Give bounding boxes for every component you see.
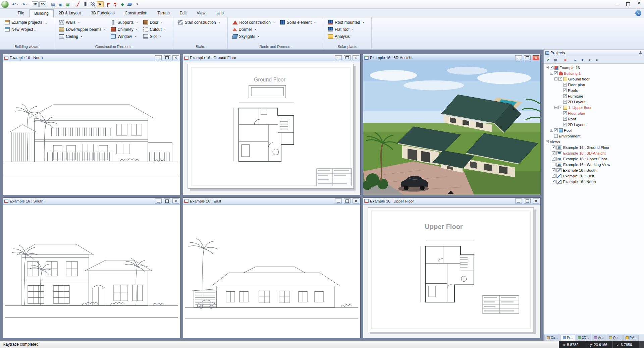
ribbon-item-lower-upper-beams[interactable]: Lower/upper beams xyxy=(58,26,107,33)
checkbox[interactable] xyxy=(558,77,562,81)
ribbon-item-chimney[interactable]: Chimney xyxy=(109,26,139,33)
view-item-south[interactable]: Example 16 : South xyxy=(544,167,644,173)
ribbon-item-new-project[interactable]: New Project ... xyxy=(3,26,48,33)
move-down-button[interactable] xyxy=(579,57,586,63)
maximize-button[interactable] xyxy=(344,198,351,204)
ribbon-item-analysis[interactable]: Analysis xyxy=(327,33,365,40)
pin-icon[interactable] xyxy=(638,51,642,55)
tree-item-floor-plan-upper[interactable]: Floor plan xyxy=(544,110,644,116)
window-titlebar[interactable]: Example 16 : North xyxy=(3,54,180,61)
tab-terrain[interactable]: Terrain xyxy=(152,9,175,17)
collapse-icon[interactable] xyxy=(554,77,557,80)
render-canvas[interactable] xyxy=(363,61,540,195)
tree-item-pool[interactable]: Pool xyxy=(544,127,644,133)
collapse-icon[interactable] xyxy=(546,66,549,69)
panel-tab-catalog[interactable]: Ca... xyxy=(544,335,560,341)
maximize-button[interactable] xyxy=(164,198,170,204)
checkbox[interactable] xyxy=(552,157,555,161)
ribbon-item-door[interactable]: Door xyxy=(142,19,167,25)
tree-item-ground-floor[interactable]: Ground floor xyxy=(544,76,644,82)
checkbox[interactable] xyxy=(552,146,555,149)
tree-item-floor-plan[interactable]: Floor plan xyxy=(544,82,644,88)
window-minimize-button[interactable] xyxy=(612,0,623,8)
maximize-button[interactable] xyxy=(164,55,170,60)
tab-edit[interactable]: Edit xyxy=(175,9,192,17)
checkbox[interactable] xyxy=(552,168,555,172)
material-tool-button[interactable] xyxy=(119,1,126,7)
ribbon-item-supports[interactable]: Supports xyxy=(109,19,139,25)
ribbon-item-cutout[interactable]: Cutout xyxy=(142,26,167,33)
checkbox[interactable] xyxy=(563,111,567,115)
tab-help[interactable]: Help xyxy=(210,9,229,17)
collapse-icon[interactable] xyxy=(554,106,557,109)
tab-file[interactable]: File xyxy=(13,9,29,17)
tree-item-views[interactable]: Views xyxy=(544,139,644,144)
panel-tab-area[interactable]: Ar... xyxy=(592,335,606,341)
help-button[interactable]: ? xyxy=(635,10,641,16)
checkbox[interactable] xyxy=(552,151,555,155)
sort-descending-button[interactable] xyxy=(594,57,601,63)
panel-tab-projects[interactable]: Pr... xyxy=(560,335,575,341)
properties-button[interactable] xyxy=(552,57,559,63)
close-button[interactable] xyxy=(533,55,539,60)
checkbox[interactable] xyxy=(563,117,567,121)
window-titlebar[interactable]: Example 16 : Upper Floor xyxy=(363,198,540,205)
tree-item-upper-floor[interactable]: 1. Upper floor xyxy=(544,105,644,110)
ribbon-item-roof-mounted[interactable]: Roof mounted xyxy=(327,19,365,25)
close-button[interactable] xyxy=(353,55,359,60)
hatch-tool-button[interactable] xyxy=(90,1,96,7)
drawing-canvas[interactable] xyxy=(3,61,180,195)
ribbon-item-skylights[interactable]: Skylights xyxy=(231,33,276,40)
move-up-button[interactable] xyxy=(572,57,579,63)
window-close-button[interactable] xyxy=(633,0,644,8)
tree-item-2d-layout[interactable]: 2D Layout xyxy=(544,99,644,105)
checkbox[interactable] xyxy=(552,174,555,178)
checkbox[interactable] xyxy=(554,134,558,138)
checkbox[interactable] xyxy=(554,128,558,132)
tree-item-roof-upper[interactable]: Roof xyxy=(544,116,644,122)
new-2d-plan-button[interactable]: 2D xyxy=(32,1,39,7)
view-item-ground-floor[interactable]: 2D Example 16 : Ground Floor xyxy=(544,144,644,150)
grid-snap-button[interactable] xyxy=(64,1,71,7)
toolbar-options-dropdown[interactable] xyxy=(134,1,141,7)
tree-item-environment[interactable]: Environment xyxy=(544,133,644,139)
tree-item-roofs[interactable]: Roofs xyxy=(544,88,644,93)
minimize-button[interactable] xyxy=(515,198,522,204)
flag-tool-button[interactable] xyxy=(104,1,111,7)
checkbox[interactable] xyxy=(550,66,553,69)
checkbox[interactable] xyxy=(552,163,555,166)
checkbox[interactable] xyxy=(554,71,558,75)
tab-building[interactable]: Building xyxy=(29,9,54,17)
ribbon-item-slot[interactable]: Slot xyxy=(142,33,167,40)
tile-windows-button[interactable] xyxy=(50,1,56,7)
window-titlebar[interactable]: Example 16 : South xyxy=(3,198,180,205)
close-button[interactable] xyxy=(353,198,359,204)
expand-icon[interactable] xyxy=(550,129,553,132)
ribbon-item-walls[interactable]: Walls xyxy=(58,19,107,25)
pointer-tool-button[interactable] xyxy=(97,1,104,7)
maximize-button[interactable] xyxy=(344,55,351,60)
view-item-working-view[interactable]: 2D Example 16 : Working View xyxy=(544,162,644,167)
view-item-3d-ansicht[interactable]: 3D Example 16 : 3D-Ansicht xyxy=(544,150,644,156)
close-button[interactable] xyxy=(533,198,539,204)
checkbox[interactable] xyxy=(563,123,567,126)
checkbox[interactable] xyxy=(563,89,567,92)
ribbon-item-dormer[interactable]: Dormer xyxy=(231,26,276,33)
apply-check-button[interactable] xyxy=(545,57,552,63)
drawing-canvas[interactable]: Ground Floor xyxy=(183,61,360,195)
drawing-canvas[interactable] xyxy=(3,205,180,338)
ribbon-item-ceiling[interactable]: Ceiling xyxy=(58,33,107,40)
tree-item-example-16[interactable]: Example 16 xyxy=(544,65,644,70)
minimize-button[interactable] xyxy=(155,198,162,204)
ribbon-item-solar-element[interactable]: Solar element xyxy=(279,19,317,25)
redo-button[interactable] xyxy=(20,1,26,7)
filter-tool-button[interactable] xyxy=(112,1,118,7)
app-logo[interactable] xyxy=(1,1,9,8)
tree-item-building-1[interactable]: Building 1 xyxy=(544,70,644,76)
eraser-tool-button[interactable] xyxy=(126,1,133,7)
collapse-icon[interactable] xyxy=(550,72,553,75)
panel-tab-pv[interactable]: PV... xyxy=(623,335,639,341)
minimize-button[interactable] xyxy=(335,55,342,60)
tree-item-2d-layout-upper[interactable]: 2D Layout xyxy=(544,122,644,127)
ribbon-item-stair-construction[interactable]: Stair construction xyxy=(177,19,221,25)
